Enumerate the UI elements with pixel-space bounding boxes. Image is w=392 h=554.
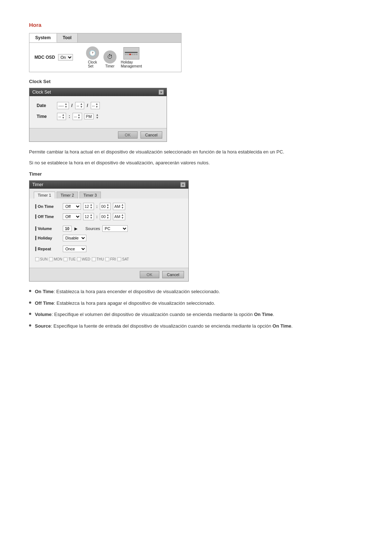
clock-set-window: Clock Set ✕ Date ---- ▲▼ / -- ▲▼ / -- ▲▼ [29, 88, 167, 142]
off-time-hour[interactable]: 12 ▲▼ [83, 213, 94, 220]
ampm-val: PM [86, 114, 92, 119]
timer-tab-3[interactable]: Timer 3 [79, 192, 101, 198]
timer-tab-2[interactable]: Timer 2 [57, 192, 78, 198]
timer-cancel-button[interactable]: Cancel [162, 271, 184, 278]
date-field-2[interactable]: -- ▲▼ [75, 102, 84, 109]
clock-cancel-button[interactable]: Cancel [140, 131, 162, 139]
time-spin1[interactable]: ▲▼ [62, 114, 65, 119]
bullet-on-time-bold: On Time [35, 289, 54, 294]
sources-select[interactable]: PC HDMI DVI [102, 225, 128, 232]
day-thu-checkbox[interactable] [92, 257, 96, 261]
date-spin1[interactable]: ▲▼ [65, 103, 68, 108]
repeat-bar [35, 247, 36, 251]
day-mon-checkbox[interactable] [49, 257, 53, 261]
bullet-off-time-text: Off Time: Establezca la hora para apagar… [35, 300, 215, 307]
holiday-select[interactable]: Disable Enable [63, 235, 86, 241]
off-time-min[interactable]: 00 ▲▼ [100, 213, 111, 220]
timer-icon-item[interactable]: ⏱ Timer [103, 50, 117, 68]
on-time-select[interactable]: Off On [63, 203, 81, 210]
bullet-off-time: Off Time: Establezca la hora para apagar… [29, 300, 363, 307]
time-field-1[interactable]: -- ▲▼ [57, 113, 66, 120]
day-fri-label: FRI [110, 257, 116, 261]
time-val1: -- [58, 114, 61, 119]
timer-window-title: Timer [32, 182, 43, 187]
off-time-row: Off Time Off On 12 ▲▼ : 00 ▲▼ AM ▲▼ [35, 213, 183, 220]
day-sat: SAT [117, 257, 129, 261]
tab-system[interactable]: System [29, 33, 57, 42]
day-sat-label: SAT [122, 257, 129, 261]
date-field-1[interactable]: ---- ▲▼ [57, 102, 69, 109]
on-time-label: On Time [35, 204, 61, 209]
bullet-volume-on-time: On Time [254, 312, 273, 317]
volume-arrow[interactable]: ▶ [74, 226, 78, 231]
clock-set-icon-item[interactable]: 🕐 ClockSet [86, 46, 99, 68]
time-sep: : [68, 114, 70, 119]
bullet-source-on-time: On Time [273, 323, 291, 329]
volume-value: 10 [63, 226, 72, 231]
date-val1: ---- [58, 103, 64, 108]
mdc-osd-select[interactable]: On Off [58, 54, 73, 61]
date-field-3[interactable]: -- ▲▼ [91, 102, 100, 109]
clock-set-section-label: Clock Set [29, 79, 363, 84]
time-label: Time [37, 114, 55, 119]
bullet-source-text: Source: Especifique la fuente de entrada… [35, 323, 293, 330]
timer-tab-1[interactable]: Timer 1 [34, 192, 55, 198]
time-field-2[interactable]: -- ▲▼ [73, 113, 82, 120]
volume-label: Volume [35, 226, 61, 231]
timer-ok-button[interactable]: OK [140, 271, 159, 278]
bullet-dot-1 [29, 290, 31, 292]
date-sep1: / [71, 103, 73, 108]
tab-tool[interactable]: Tool [57, 33, 78, 42]
day-sun: SUN [35, 257, 48, 261]
day-fri-checkbox[interactable] [105, 257, 109, 261]
volume-row: Volume 10 ▶ Sources PC HDMI DVI [35, 225, 183, 232]
date-spin3[interactable]: ▲▼ [95, 103, 98, 108]
on-time-min[interactable]: 00 ▲▼ [100, 203, 111, 210]
bullet-dot-2 [29, 301, 31, 304]
day-mon: MON [49, 257, 62, 261]
on-time-h-spin[interactable]: ▲▼ [90, 204, 93, 209]
on-time-m-spin[interactable]: ▲▼ [106, 204, 109, 209]
date-row: Date ---- ▲▼ / -- ▲▼ / -- ▲▼ [37, 102, 159, 109]
timer-tabs: Timer 1 Timer 2 Timer 3 [29, 189, 188, 198]
date-sep2: / [86, 103, 88, 108]
off-time-colon: : [96, 214, 98, 219]
day-wed-label: WED [82, 257, 90, 261]
day-tue-checkbox[interactable] [64, 257, 68, 261]
time-spin2[interactable]: ▲▼ [78, 114, 81, 119]
timer-body: On Time Off On 12 ▲▼ : 00 ▲▼ AM ▲▼ [29, 198, 188, 268]
para2: Si no se establece la hora en el disposi… [29, 159, 363, 167]
bullet-list: On Time: Establezca la hora para encende… [29, 288, 363, 329]
ampm-spin[interactable]: ▲▼ [96, 114, 99, 119]
system-tabs: System Tool [29, 33, 181, 43]
on-time-ampm[interactable]: AM ▲▼ [113, 203, 125, 210]
repeat-select[interactable]: Once Every Day Every Week [63, 246, 86, 252]
clock-ok-button[interactable]: OK [118, 131, 138, 139]
off-time-ampm[interactable]: AM ▲▼ [113, 213, 125, 220]
para1: Permite cambiar la hora actual en el dis… [29, 148, 363, 156]
off-time-ampm-spin[interactable]: ▲▼ [121, 214, 124, 219]
bullet-source-bold: Source [35, 323, 51, 329]
day-sat-checkbox[interactable] [117, 257, 121, 261]
date-spin2[interactable]: ▲▼ [80, 103, 83, 108]
off-time-m-spin[interactable]: ▲▼ [106, 214, 109, 219]
day-tue: TUE [64, 257, 75, 261]
off-time-select[interactable]: Off On [63, 213, 81, 220]
day-wed: WED [77, 257, 90, 261]
repeat-row: Repeat Once Every Day Every Week [35, 246, 183, 252]
day-sun-checkbox[interactable] [35, 257, 39, 261]
on-time-ampm-spin[interactable]: ▲▼ [121, 204, 124, 209]
bullet-source-period: . [291, 323, 293, 329]
timer-close[interactable]: ✕ [180, 182, 185, 187]
day-fri: FRI [105, 257, 116, 261]
bullet-dot-3 [29, 313, 31, 315]
ampm-field[interactable]: PM [84, 114, 94, 119]
holiday-icon-item[interactable]: HolidayManagement [121, 47, 142, 68]
timer-header: Timer ✕ [29, 181, 188, 189]
off-time-h-spin[interactable]: ▲▼ [90, 214, 93, 219]
date-val3: -- [92, 103, 95, 108]
system-inner: MDC OSD On Off 🕐 ClockSet ⏱ Timer [29, 43, 181, 72]
on-time-hour[interactable]: 12 ▲▼ [83, 203, 94, 210]
clock-set-close[interactable]: ✕ [159, 90, 164, 95]
day-wed-checkbox[interactable] [77, 257, 81, 261]
